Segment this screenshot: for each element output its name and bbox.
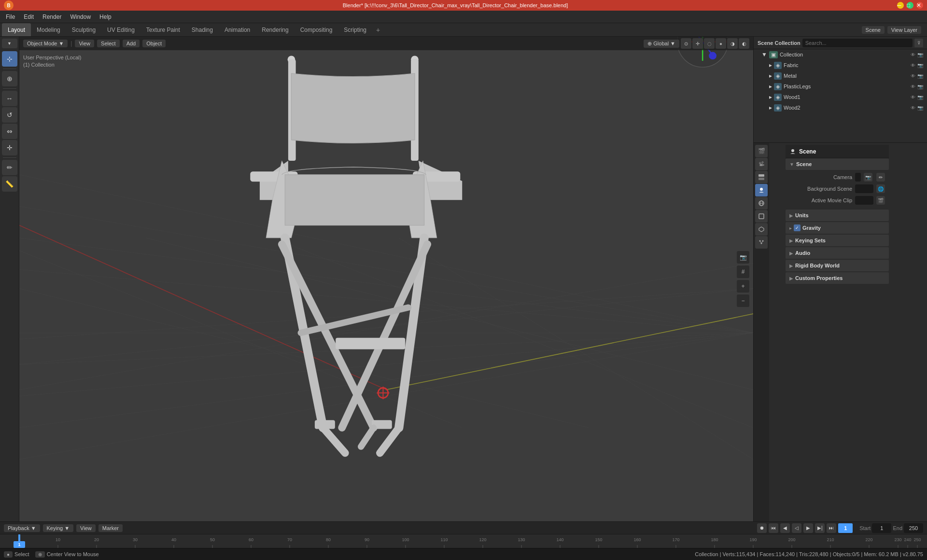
viewport-shading-rendered[interactable]: ◐ [739, 38, 749, 49]
view-layer-selector[interactable]: View Layer [887, 26, 921, 34]
camera-value[interactable] [855, 173, 861, 182]
viewport-shading-global[interactable]: ⊕ Global ▼ [644, 40, 679, 48]
tab-sculpting[interactable]: Sculpting [66, 23, 101, 36]
timeline-ruler[interactable]: 1 10 20 30 40 50 60 70 80 90 [0, 534, 927, 548]
gravity-checkbox[interactable]: ✓ [794, 224, 801, 231]
outliner-item-metal[interactable]: ▸ ◈ Metal 👁 📷 [754, 70, 927, 81]
keying-sets-header[interactable]: ▶ Keying Sets [786, 235, 889, 246]
tool-measure[interactable]: 📏 [2, 176, 17, 192]
tab-compositing[interactable]: Compositing [295, 23, 338, 36]
audio-header[interactable]: ▶ Audio [786, 247, 889, 259]
tool-move[interactable]: ↔ [2, 91, 17, 106]
view-layer-props-btn[interactable] [755, 171, 768, 183]
camera-edit-btn[interactable]: ✏ [876, 173, 885, 182]
start-frame-input[interactable] [872, 523, 891, 533]
tab-layout[interactable]: Layout [2, 23, 31, 36]
collection-eye[interactable]: 👁 [911, 52, 915, 57]
viewport-view-menu[interactable]: View [75, 40, 94, 47]
viewport-shading-solid[interactable]: ● [716, 38, 726, 49]
play-btn[interactable]: ▶ [803, 523, 813, 533]
current-frame-display[interactable]: 1 [838, 523, 853, 533]
skip-to-end-btn[interactable]: ⏭ [827, 523, 836, 533]
viewport-select-menu[interactable]: Select [97, 40, 120, 47]
tool-rotate[interactable]: ↺ [2, 107, 17, 123]
outliner-item-wood2[interactable]: ▸ ◈ Wood2 👁 📷 [754, 102, 927, 113]
timeline-view-menu[interactable]: View [76, 524, 96, 532]
movie-clip-value[interactable] [855, 196, 873, 205]
scene-section-header[interactable]: ▼ Scene [786, 158, 889, 170]
outliner-search-input[interactable] [802, 39, 913, 47]
outliner-item-plasticlegs[interactable]: ▸ ◈ PlasticLegs 👁 📷 [754, 81, 927, 92]
fabric-render[interactable]: 📷 [917, 63, 923, 68]
timeline-keying-menu[interactable]: Keying ▼ [43, 524, 74, 532]
modifier-props-btn[interactable] [755, 223, 768, 236]
next-frame-btn[interactable]: ▶| [815, 523, 825, 533]
object-mode-dropdown[interactable]: Object Mode ▼ [23, 40, 68, 47]
viewport-numpad-btn[interactable]: # [737, 266, 749, 278]
tab-shading[interactable]: Shading [186, 23, 219, 36]
tool-cursor[interactable]: ⊕ [2, 71, 17, 86]
window-controls[interactable]: ─ □ ✕ [897, 2, 923, 9]
scene-selector[interactable]: Scene [862, 26, 885, 34]
viewport-object-menu[interactable]: Object [142, 40, 166, 47]
menu-help[interactable]: Help [96, 13, 115, 21]
viewport[interactable]: Object Mode ▼ | View Select Add Object ⊕… [19, 37, 753, 521]
tool-transform[interactable]: ✛ [2, 140, 17, 155]
outliner-item-collection[interactable]: ▼ ▣ Collection 👁 📷 [754, 49, 927, 60]
menu-edit[interactable]: Edit [20, 13, 38, 21]
plasticlegs-render[interactable]: 📷 [917, 84, 923, 89]
select-btn[interactable]: ● [4, 551, 13, 558]
viewport-overlays[interactable]: ⊙ [681, 38, 691, 49]
camera-icon-btn[interactable]: 📷 [864, 173, 872, 182]
close-button[interactable]: ✕ [916, 2, 923, 9]
end-frame-input[interactable] [904, 523, 923, 533]
timeline-playback-menu[interactable]: Playback ▼ [4, 524, 40, 532]
custom-props-header[interactable]: ▶ Custom Properties [786, 272, 889, 284]
outliner-item-fabric[interactable]: ▸ ◈ Fabric 👁 📷 [754, 60, 927, 70]
viewport-zoom-in[interactable]: + [737, 280, 749, 293]
wood1-eye[interactable]: 👁 [911, 95, 915, 100]
skip-to-start-btn[interactable]: ⏮ [769, 523, 778, 533]
tab-texture-paint[interactable]: Texture Paint [140, 23, 186, 36]
output-props-btn[interactable]: 📽 [755, 158, 768, 170]
viewport-add-menu[interactable]: Add [123, 40, 140, 47]
prev-frame-btn[interactable]: ◀ [780, 523, 790, 533]
scene-props-btn[interactable] [755, 184, 768, 196]
menu-window[interactable]: Window [66, 13, 95, 21]
tab-modeling[interactable]: Modeling [31, 23, 66, 36]
wood1-render[interactable]: 📷 [917, 95, 923, 100]
outliner-filter-btn[interactable]: ⊽ [914, 39, 923, 47]
play-reverse-btn[interactable]: ◁ [792, 523, 801, 533]
center-view-btn[interactable]: ⊕ [35, 551, 45, 558]
object-props-btn[interactable] [755, 210, 768, 223]
plasticlegs-eye[interactable]: 👁 [911, 84, 915, 89]
metal-render[interactable]: 📷 [917, 73, 923, 79]
wood2-eye[interactable]: 👁 [911, 105, 915, 111]
maximize-button[interactable]: □ [907, 2, 913, 9]
tool-select[interactable]: ⊹ [2, 51, 17, 67]
gravity-header[interactable]: ▸ ✓ Gravity [786, 222, 889, 234]
record-btn[interactable]: ⏺ [757, 523, 767, 533]
menu-render[interactable]: Render [39, 13, 65, 21]
timeline-marker-menu[interactable]: Marker [98, 524, 123, 532]
add-workspace-button[interactable]: + [372, 24, 384, 36]
minimize-button[interactable]: ─ [897, 2, 904, 9]
viewport-camera-btn[interactable]: 📷 [737, 251, 749, 264]
tool-scale[interactable]: ⇔ [2, 124, 17, 139]
viewport-gizmos[interactable]: ✛ [692, 38, 703, 49]
bg-scene-value[interactable] [855, 184, 873, 193]
bg-scene-icon-btn[interactable]: 🌐 [876, 184, 885, 193]
outliner-item-wood1[interactable]: ▸ ◈ Wood1 👁 📷 [754, 92, 927, 102]
tab-rendering[interactable]: Rendering [256, 23, 294, 36]
viewport-zoom-out[interactable]: − [737, 294, 749, 307]
viewport-shading-material[interactable]: ◑ [727, 38, 738, 49]
tab-animation[interactable]: Animation [219, 23, 256, 36]
tool-annotate[interactable]: ✏ [2, 160, 17, 175]
tab-uv-editing[interactable]: UV Editing [101, 23, 140, 36]
render-props-btn[interactable]: 🎬 [755, 145, 768, 157]
world-props-btn[interactable] [755, 197, 768, 210]
tab-scripting[interactable]: Scripting [338, 23, 372, 36]
fabric-eye[interactable]: 👁 [911, 63, 915, 68]
metal-eye[interactable]: 👁 [911, 73, 915, 79]
particles-props-btn[interactable] [755, 236, 768, 249]
